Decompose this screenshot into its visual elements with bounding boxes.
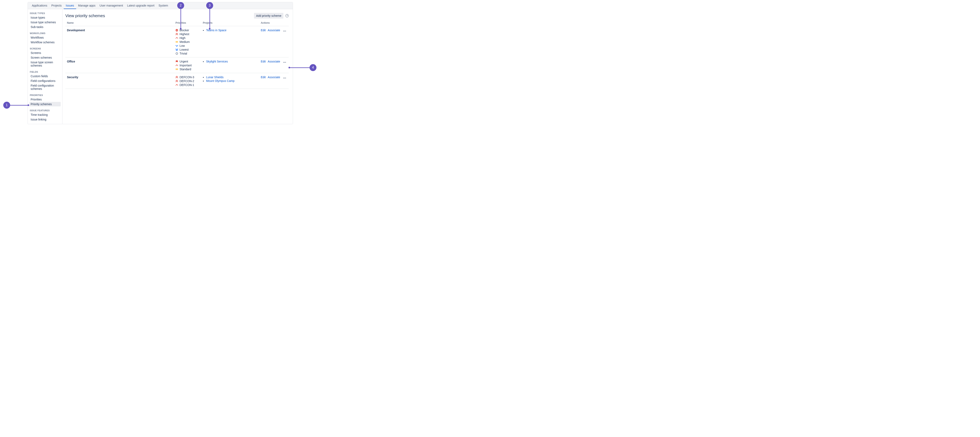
project-link[interactable]: Mount Olympus Camp (206, 79, 234, 83)
sidebar-item[interactable]: Screens (29, 51, 60, 55)
schemes-table: Name Priorities Projects Actions Develop… (65, 21, 289, 89)
topnav-tab[interactable]: System (156, 2, 170, 9)
high-icon (175, 37, 178, 40)
annotation-callout-3: 3 (206, 2, 213, 9)
svg-point-8 (283, 78, 284, 78)
priority-label: Trivial (180, 52, 187, 55)
medium-icon (175, 68, 178, 71)
sidebar-group-title: WORKFLOWS (29, 32, 60, 35)
topnav-tab[interactable]: Latest upgrade report (125, 2, 157, 9)
top-nav: ApplicationsProjectsIssuesManage appsUse… (28, 2, 293, 9)
svg-point-10 (285, 78, 286, 78)
annotation-line (290, 67, 310, 68)
priority-item: Lowest (175, 48, 199, 51)
sidebar-group-title: PRIORITIES (29, 94, 60, 96)
sidebar-group-title: ISSUE TYPES (29, 12, 60, 14)
priority-item: Urgent (175, 60, 199, 63)
low-icon (175, 44, 178, 47)
sidebar-item[interactable]: Issue type schemes (29, 20, 60, 24)
associate-link[interactable]: Associate (268, 29, 280, 32)
svg-point-6 (285, 62, 285, 63)
priority-item: Medium (175, 40, 199, 43)
annotation-line (180, 9, 181, 29)
scheme-name: Security (67, 75, 172, 79)
svg-point-7 (285, 62, 286, 63)
priority-label: Low (180, 44, 185, 47)
annotation-dot (209, 28, 210, 30)
sidebar-item[interactable]: Issue type screen schemes (29, 60, 60, 68)
sidebar-item[interactable]: Priorities (29, 97, 60, 102)
sidebar: ISSUE TYPESIssue typesIssue type schemes… (28, 9, 62, 124)
list-item: Skylight Services (206, 60, 258, 63)
add-priority-scheme-button[interactable]: Add priority scheme (254, 13, 283, 19)
sidebar-item[interactable]: Workflow schemes (29, 40, 60, 45)
priority-item: Trivial (175, 52, 199, 55)
topnav-tab[interactable]: User management (97, 2, 125, 9)
sidebar-item[interactable]: Screen schemes (29, 55, 60, 60)
priority-label: Lowest (180, 48, 188, 51)
priority-item: Important (175, 64, 199, 67)
priority-label: High (180, 36, 185, 40)
annotation-line (10, 105, 28, 105)
blocker-icon (175, 29, 178, 32)
list-item: Mount Olympus Camp (206, 79, 258, 83)
sidebar-group-title: ISSUE FEATURES (29, 109, 60, 112)
annotation-line (210, 9, 210, 29)
project-link[interactable]: Skylight Services (206, 60, 228, 63)
sidebar-item[interactable]: Priority schemes (29, 102, 60, 106)
scheme-name: Development (67, 29, 172, 32)
project-link[interactable]: Lunar Shields (206, 75, 224, 79)
priority-label: Highest (180, 32, 189, 36)
sidebar-item[interactable]: Workflows (29, 35, 60, 40)
priority-item: DEFCON-1 (175, 83, 199, 86)
sidebar-item[interactable]: Sub-tasks (29, 25, 60, 29)
priority-label: DEFCON-1 (180, 83, 194, 86)
help-icon[interactable]: ? (285, 14, 289, 18)
sidebar-item[interactable]: Field configuration schemes (29, 83, 60, 91)
edit-link[interactable]: Edit (261, 29, 266, 32)
annotation-callout-1: 1 (3, 102, 10, 108)
urgent-icon (175, 60, 178, 63)
associate-link[interactable]: Associate (268, 60, 280, 63)
high-icon (175, 83, 178, 86)
priority-label: Important (180, 64, 191, 67)
annotation-dot (27, 104, 29, 106)
sidebar-item[interactable]: Field configurations (29, 79, 60, 83)
priority-label: DEFCON-2 (180, 80, 194, 83)
more-actions-icon[interactable] (282, 60, 287, 65)
more-actions-icon[interactable] (282, 29, 287, 33)
col-priorities: Priorities (174, 21, 201, 26)
app-frame: ApplicationsProjectsIssuesManage appsUse… (27, 2, 293, 124)
edit-link[interactable]: Edit (261, 75, 266, 79)
topnav-tab[interactable]: Applications (30, 2, 49, 9)
lowest-icon (175, 48, 178, 51)
priority-label: Standard (180, 68, 191, 71)
more-actions-icon[interactable] (282, 75, 287, 80)
svg-point-9 (285, 78, 285, 78)
priority-label: Urgent (180, 60, 188, 63)
svg-point-4 (285, 31, 286, 32)
priority-item: Low (175, 44, 199, 47)
priority-label: Medium (180, 40, 190, 43)
associate-link[interactable]: Associate (268, 75, 280, 79)
topnav-tab[interactable]: Projects (49, 2, 64, 9)
table-row: DevelopmentBlockerHighestHighMediumLowLo… (65, 26, 289, 57)
sidebar-group-title: SCREENS (29, 47, 60, 50)
edit-link[interactable]: Edit (261, 60, 266, 63)
annotation-callout-4: 4 (310, 64, 317, 71)
sidebar-item[interactable]: Custom fields (29, 74, 60, 78)
priority-label: DEFCON-3 (180, 75, 194, 79)
sidebar-item[interactable]: Issue linking (29, 117, 60, 122)
sidebar-item[interactable]: Issue types (29, 15, 60, 20)
topnav-tab[interactable]: Manage apps (76, 2, 98, 9)
table-row: OfficeUrgentImportantStandardSkylight Se… (65, 57, 289, 73)
table-row: SecurityDEFCON-3DEFCON-2DEFCON-1Lunar Sh… (65, 73, 289, 89)
high-icon (175, 64, 178, 67)
main-content: View priority schemes Add priority schem… (62, 9, 293, 124)
scheme-name: Office (67, 60, 172, 63)
list-item: Lunar Shields (206, 75, 258, 79)
topnav-tab[interactable]: Issues (64, 2, 76, 9)
priority-item: High (175, 36, 199, 40)
sidebar-item[interactable]: Time tracking (29, 113, 60, 117)
svg-point-1 (176, 53, 178, 54)
